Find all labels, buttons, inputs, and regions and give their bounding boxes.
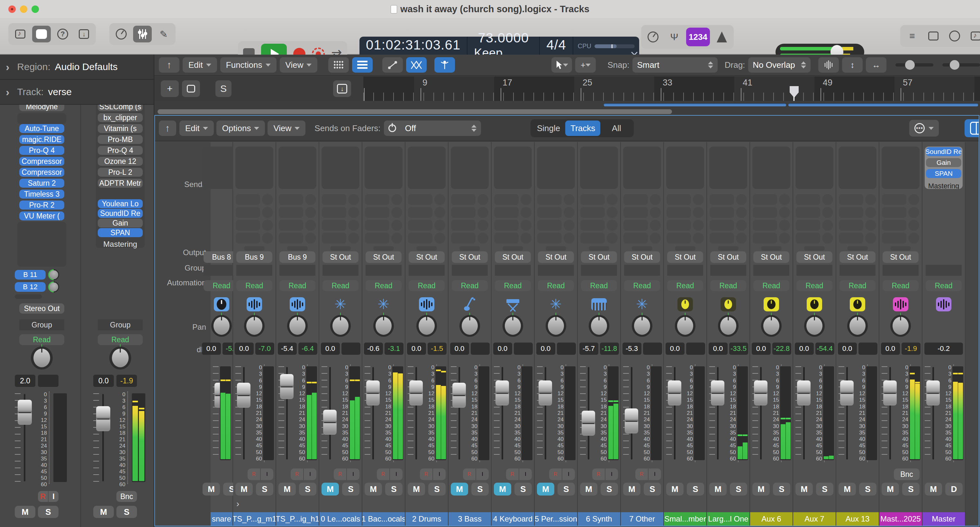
group-slot[interactable]	[236, 265, 272, 276]
automation-read-button[interactable]: Read	[926, 280, 962, 291]
pan-knob[interactable]	[416, 315, 437, 337]
solo-button[interactable]: S	[428, 483, 445, 495]
send-knob[interactable]	[736, 233, 747, 244]
send-knob[interactable]	[46, 267, 61, 283]
pan-knob[interactable]	[675, 315, 695, 337]
plugin-slots-box[interactable]	[709, 146, 747, 189]
pan-knob[interactable]	[109, 346, 131, 370]
send-slot[interactable]	[322, 233, 346, 244]
send-slot[interactable]	[451, 233, 476, 244]
group-slot[interactable]	[366, 265, 402, 276]
volume-fader[interactable]	[452, 383, 466, 408]
group-slot[interactable]	[667, 265, 703, 276]
bounce-button[interactable]: Bnc	[116, 491, 137, 502]
record-enable-button[interactable]: R	[463, 468, 476, 480]
plugin-button[interactable]: Youlean Lo	[98, 199, 143, 208]
metronome-icon[interactable]	[713, 29, 731, 45]
send-slot[interactable]	[451, 194, 476, 205]
send-knob[interactable]	[305, 220, 316, 231]
record-enable-button[interactable]: R	[248, 468, 261, 480]
plugin-button[interactable]: Compressor	[19, 168, 64, 177]
track-name[interactable]: Aux 13	[836, 512, 879, 526]
send-knob[interactable]	[434, 233, 445, 244]
output-button[interactable]: St Out	[323, 251, 358, 263]
automation-read-button[interactable]: Read	[19, 334, 64, 345]
track-name[interactable]: Aux 7	[793, 512, 836, 526]
track-zoom-preset-button[interactable]: ↓	[333, 80, 351, 97]
send-slot[interactable]	[494, 233, 519, 244]
send-slot[interactable]	[408, 207, 433, 218]
plugin-slots-box[interactable]	[278, 146, 317, 189]
toolbar-toggle-icon[interactable]: ↓	[75, 26, 93, 43]
plugin-slots-box[interactable]	[838, 146, 877, 189]
plugin-slots-box[interactable]	[408, 146, 445, 189]
send-slot[interactable]	[667, 233, 691, 244]
track-name[interactable]: 3 Bass	[449, 512, 491, 526]
bar-ruler[interactable]: 917253341495765	[363, 76, 980, 101]
send-slot[interactable]	[279, 233, 303, 244]
input-monitor-button[interactable]: I	[649, 468, 661, 480]
send-slot[interactable]	[752, 194, 777, 205]
group-slot[interactable]	[581, 265, 617, 276]
output-button[interactable]: St Out	[495, 251, 531, 263]
automation-read-button[interactable]: Read	[409, 280, 445, 291]
plugin-button[interactable]: Pro-Q 4	[98, 146, 143, 155]
mute-button[interactable]: M	[752, 483, 770, 495]
plugin-slots-box[interactable]	[494, 146, 532, 189]
volume-fader[interactable]	[237, 383, 250, 408]
send-knob[interactable]	[736, 194, 747, 205]
group-slot[interactable]	[753, 265, 789, 276]
volume-fader[interactable]	[711, 381, 724, 406]
group-slot[interactable]	[495, 265, 531, 276]
volume-fader[interactable]	[797, 381, 811, 406]
group-slot[interactable]	[538, 265, 574, 276]
send-knob[interactable]	[822, 220, 833, 231]
send-knob[interactable]	[908, 207, 919, 218]
send-knob[interactable]	[262, 233, 273, 244]
send-slot[interactable]	[882, 220, 906, 231]
send-slot[interactable]	[451, 220, 476, 231]
plugin-button[interactable]: Pro-Q 4	[19, 146, 64, 155]
library-icon[interactable]	[11, 26, 30, 43]
pan-knob[interactable]	[460, 315, 480, 337]
automation-read-button[interactable]: Read	[98, 334, 143, 345]
mute-button[interactable]: M	[494, 483, 511, 495]
volume-fader[interactable]	[582, 411, 595, 436]
send-knob[interactable]	[908, 233, 919, 244]
record-enable-button[interactable]: R	[377, 468, 390, 480]
plugin-button[interactable]: Gain	[926, 158, 961, 167]
output-button[interactable]: St Out	[624, 251, 660, 263]
send-slot[interactable]	[882, 233, 906, 244]
send-knob[interactable]	[564, 220, 574, 231]
horizontal-zoom-icon[interactable]: ↔	[866, 57, 886, 73]
send-slot[interactable]	[235, 233, 260, 244]
output-button[interactable]: St Out	[452, 251, 488, 263]
send-slot[interactable]	[667, 207, 691, 218]
volume-fader[interactable]	[668, 381, 681, 406]
send-knob[interactable]	[520, 207, 531, 218]
input-monitor-button[interactable]: I	[605, 468, 618, 480]
count-in-button[interactable]: 1234	[686, 28, 710, 46]
automation-read-button[interactable]: Read	[279, 280, 315, 291]
send-knob[interactable]	[865, 207, 876, 218]
send-slot[interactable]	[537, 207, 562, 218]
track-inspector-header[interactable]: › Track: verse	[0, 80, 154, 105]
horizontal-zoom-slider[interactable]	[942, 63, 980, 67]
send-slot[interactable]	[279, 220, 303, 231]
drag-dropdown[interactable]: No Overlap	[748, 57, 811, 73]
send-knob[interactable]	[693, 207, 704, 218]
automation-read-button[interactable]: Read	[667, 280, 703, 291]
send-slot[interactable]	[710, 207, 734, 218]
group-slot[interactable]: Group	[19, 319, 64, 330]
send-knob[interactable]	[348, 220, 359, 231]
send-slot[interactable]	[408, 233, 433, 244]
send-knob[interactable]	[262, 194, 273, 205]
plugin-button[interactable]: Auto-Tune	[19, 124, 64, 133]
solo-button[interactable]: S	[116, 506, 137, 518]
plugin-button[interactable]: SSLComp (s	[98, 105, 143, 111]
track-name[interactable]: 7 Other	[621, 512, 663, 526]
plugin-button[interactable]: magic.RIDE	[19, 135, 64, 144]
send-slot[interactable]	[494, 194, 519, 205]
automation-icon[interactable]	[382, 57, 403, 73]
send-slot[interactable]	[279, 194, 303, 205]
